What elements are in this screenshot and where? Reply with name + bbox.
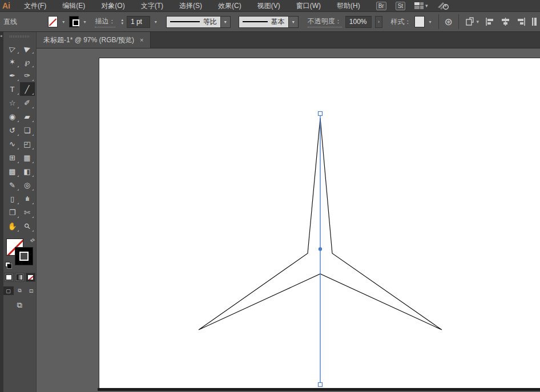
magic-wand-tool-icon: ✶ — [9, 58, 15, 66]
lasso-tool[interactable]: ℘ — [20, 55, 35, 68]
direct-selection-tool-icon: ▶ — [23, 43, 31, 53]
draw-behind-icon[interactable]: ⧉ — [15, 286, 25, 295]
magic-wand-tool[interactable]: ✶ — [5, 55, 20, 68]
perspective-grid-tool[interactable]: ▦ — [20, 151, 35, 164]
anchor-bottom[interactable] — [319, 383, 323, 387]
menu-item-6[interactable]: 视图(V) — [249, 1, 288, 11]
bridge-button[interactable]: Br — [376, 2, 386, 10]
menu-item-0[interactable]: 文件(F) — [16, 1, 54, 11]
zoom-tool-icon: ⚲ — [22, 221, 32, 231]
width-profile-dropdown[interactable]: 等比 ▾ — [166, 16, 231, 28]
left-dock-edge[interactable]: ◂ — [0, 32, 3, 392]
curvature-pen-tool[interactable]: ✑ — [20, 68, 35, 82]
separator — [438, 14, 439, 29]
free-transform-tool[interactable]: ◰ — [20, 137, 35, 151]
stroke-color-swatch[interactable] — [69, 16, 79, 27]
stroke-panel-link[interactable]: 描边： — [95, 17, 115, 27]
width-tool[interactable]: ∿ — [5, 137, 20, 151]
paintbrush-tool[interactable]: ✐ — [20, 96, 35, 110]
blend-tool[interactable]: ◎ — [20, 178, 35, 192]
tools-panel: ▷▶✶℘✒✑T╱☆✐◉▰↺❏∿◰⊞▦▩◧✎◎▯ılı❐✄✋⚲ ⇆ ▢ ⧉ ⊡ ⧉ — [3, 32, 37, 392]
stroke-width-field[interactable]: 1 pt — [127, 16, 150, 28]
color-button[interactable] — [4, 273, 14, 282]
collapse-left-icon: ◂ — [0, 34, 2, 38]
style-chevron-icon[interactable]: ▾ — [428, 18, 433, 26]
align-center-icon[interactable] — [501, 18, 510, 26]
align-left-icon[interactable] — [486, 18, 494, 26]
stroke-width-stepper[interactable]: ▴▾ — [121, 18, 123, 25]
opacity-field[interactable]: 100% — [345, 16, 372, 28]
stroke-chevron-icon[interactable]: ▾ — [82, 18, 87, 26]
tools-grid: ▷▶✶℘✒✑T╱☆✐◉▰↺❏∿◰⊞▦▩◧✎◎▯ılı❐✄✋⚲ — [5, 41, 35, 233]
none-button[interactable] — [26, 273, 35, 282]
mesh-tool[interactable]: ▩ — [5, 164, 20, 178]
fill-chevron-icon[interactable]: ▾ — [61, 18, 66, 26]
fill-color-swatch[interactable] — [48, 16, 58, 27]
style-swatch[interactable] — [414, 16, 424, 27]
slice-tool[interactable]: ✄ — [20, 205, 35, 219]
draw-normal-icon[interactable]: ▢ — [3, 286, 14, 295]
align-right-icon[interactable] — [517, 18, 525, 26]
eraser-tool[interactable]: ▰ — [20, 110, 35, 123]
eraser-tool-icon: ▰ — [25, 112, 30, 121]
default-fill-stroke-icon[interactable] — [5, 262, 10, 267]
cs-live-icon[interactable] — [437, 2, 449, 10]
selection-tool-icon: ▷ — [8, 43, 17, 53]
chevron-down-icon: ▾ — [477, 19, 479, 25]
anchor-top[interactable] — [319, 112, 323, 116]
artboard[interactable] — [99, 58, 540, 388]
menu-item-1[interactable]: 编辑(E) — [54, 1, 93, 11]
recolor-artwork-icon[interactable]: ⊛ — [444, 17, 452, 27]
eyedropper-tool[interactable]: ✎ — [5, 178, 20, 192]
selection-tool[interactable]: ▷ — [5, 41, 20, 55]
artboard-shadow — [98, 388, 540, 391]
pen-tool[interactable]: ✒ — [5, 68, 20, 82]
tab-close-icon[interactable]: × — [140, 37, 143, 43]
stock-button[interactable]: St — [396, 2, 405, 10]
separator — [458, 14, 459, 29]
profile-line-preview — [170, 21, 200, 22]
panel-grip[interactable] — [10, 34, 30, 39]
screen-mode-icon[interactable]: ⧉ — [17, 301, 22, 310]
gradient-tool-icon: ◧ — [23, 167, 30, 176]
symbol-sprayer-tool[interactable]: ▯ — [5, 192, 20, 205]
menu-item-2[interactable]: 对象(O) — [93, 1, 132, 11]
rotate-tool[interactable]: ↺ — [5, 123, 20, 137]
draw-inside-icon[interactable]: ⊡ — [26, 286, 37, 295]
type-tool[interactable]: T — [5, 82, 20, 96]
opacity-panel-link[interactable]: 不透明度： — [308, 17, 342, 27]
blob-brush-tool[interactable]: ◉ — [5, 110, 20, 123]
zoom-tool[interactable]: ⚲ — [20, 219, 35, 233]
type-tool-icon: T — [10, 85, 15, 94]
hand-tool[interactable]: ✋ — [5, 219, 20, 233]
artboard-tool-icon: ❐ — [9, 208, 16, 217]
canvas-viewport[interactable] — [37, 49, 540, 392]
brush-definition-dropdown[interactable]: 基本 ▾ — [239, 16, 299, 28]
menu-item-8[interactable]: 帮助(H) — [329, 1, 368, 11]
color-type-buttons — [4, 273, 35, 282]
scale-tool[interactable]: ❏ — [20, 123, 35, 137]
gradient-tool[interactable]: ◧ — [20, 164, 35, 178]
shape-builder-tool[interactable]: ⊞ — [5, 151, 20, 164]
menu-item-5[interactable]: 效果(C) — [210, 1, 249, 11]
align-top-icon[interactable] — [532, 18, 537, 26]
center-point-dot[interactable] — [319, 247, 322, 250]
brush-value: 基本 — [271, 17, 285, 27]
opacity-next-icon[interactable]: › — [375, 16, 383, 28]
column-graph-tool[interactable]: ılı — [20, 192, 35, 205]
workspace-switcher-icon[interactable]: ▾ — [414, 2, 428, 9]
star-shape-tool[interactable]: ☆ — [5, 96, 20, 110]
line-segment-tool[interactable]: ╱ — [20, 82, 35, 96]
direct-selection-tool[interactable]: ▶ — [20, 41, 35, 55]
artboard-tool[interactable]: ❐ — [5, 205, 20, 219]
stroke-width-chevron-icon[interactable]: ▾ — [154, 18, 158, 26]
document-tab[interactable]: 未标题-1* @ 97% (RGB/预览) × — [37, 32, 151, 48]
line-segment-tool-icon: ╱ — [25, 85, 30, 94]
menu-item-3[interactable]: 文字(T) — [133, 1, 171, 11]
gradient-button[interactable] — [15, 273, 25, 282]
menu-item-7[interactable]: 窗口(W) — [288, 1, 329, 11]
stroke-proxy-black[interactable] — [15, 248, 33, 265]
document-setup-dropdown[interactable]: ▾ — [465, 17, 479, 26]
swap-fill-stroke-icon[interactable]: ⇆ — [29, 237, 36, 244]
menu-item-4[interactable]: 选择(S) — [171, 1, 210, 11]
